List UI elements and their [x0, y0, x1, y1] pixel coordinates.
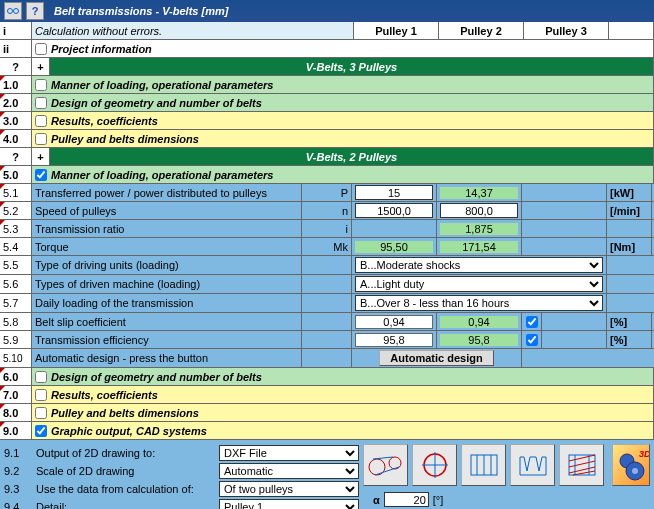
- title-text: Belt transmissions - V-belts [mm]: [54, 5, 228, 17]
- row-1-0: 1.0 Manner of loading, operational param…: [0, 76, 654, 94]
- section-3p-title: V-Belts, 3 Pulleys: [50, 58, 654, 75]
- r80-checkbox[interactable]: [35, 407, 47, 419]
- groove-v-button[interactable]: [510, 444, 555, 486]
- svg-text:3D: 3D: [639, 449, 649, 459]
- r59-checkbox[interactable]: [526, 334, 538, 346]
- alpha-symbol: α: [373, 494, 380, 506]
- svg-line-5: [375, 467, 399, 475]
- r58-checkbox[interactable]: [526, 316, 538, 328]
- status-row: i Calculation without errors. Pulley 1 P…: [0, 22, 654, 40]
- svg-point-3: [389, 457, 401, 469]
- speed1-input[interactable]: [355, 203, 433, 218]
- row-5-3: 5.3 Transmission ratio i 1,875: [0, 220, 654, 238]
- daily-loading-select[interactable]: B...Over 8 - less than 16 hours: [355, 295, 603, 311]
- svg-point-19: [632, 468, 638, 474]
- detail-select[interactable]: Pulley 1: [219, 499, 359, 509]
- row-5-7: 5.7 Daily loading of the transmission B.…: [0, 294, 654, 313]
- status-label: Calculation without errors.: [32, 22, 354, 39]
- section-3pulleys: ? + V-Belts, 3 Pulleys: [0, 58, 654, 76]
- section-2pulleys: ? + V-Belts, 2 Pulleys: [0, 148, 654, 166]
- two-circles-icon: [367, 449, 405, 481]
- hdr-pulley1: Pulley 1: [354, 22, 439, 39]
- driven-machine-select[interactable]: A...Light duty: [355, 276, 603, 292]
- alpha-unit: [°]: [433, 494, 444, 506]
- row-5-1: 5.1 Transferred power / power distribute…: [0, 184, 654, 202]
- circle-detail-button[interactable]: [412, 444, 457, 486]
- belt-icon: [7, 5, 19, 17]
- titlebar: ? Belt transmissions - V-belts [mm]: [0, 0, 654, 22]
- r10-checkbox[interactable]: [35, 79, 47, 91]
- svg-line-4: [373, 457, 393, 459]
- status-i: i: [0, 22, 32, 39]
- row-3-0: 3.0 Results, coefficients: [0, 112, 654, 130]
- r40-checkbox[interactable]: [35, 133, 47, 145]
- row-8-0: 8.0 Pulley and belts dimensions: [0, 404, 654, 422]
- row-4-0: 4.0 Pulley and belts dimensions: [0, 130, 654, 148]
- groove-v-icon: [514, 449, 552, 481]
- speed2-input[interactable]: [440, 203, 518, 218]
- help-q1[interactable]: ?: [0, 58, 32, 75]
- groove-flat-button[interactable]: [461, 444, 506, 486]
- groove-hatch-icon: [563, 449, 601, 481]
- r70-checkbox[interactable]: [35, 389, 47, 401]
- svg-point-0: [8, 9, 13, 14]
- circle-cross-icon: [416, 449, 454, 481]
- r30-checkbox[interactable]: [35, 115, 47, 127]
- pulley-sketch-button[interactable]: [363, 444, 408, 486]
- r60-checkbox[interactable]: [35, 371, 47, 383]
- app-icon-button[interactable]: [4, 2, 22, 20]
- row-5-6: 5.6 Types of driven machine (loading) A.…: [0, 275, 654, 294]
- row-5-8: 5.8 Belt slip coefficient 0,94 0,94 [%]: [0, 313, 654, 331]
- groove-flat-icon: [465, 449, 503, 481]
- row-5-4: 5.4 Torque Mk 95,50 171,54 [Nm]: [0, 238, 654, 256]
- groove-hatch-button[interactable]: [559, 444, 604, 486]
- row-5-0: 5.0 Manner of loading, operational param…: [0, 166, 654, 184]
- row-5-10: 5.10 Automatic design - press the button…: [0, 349, 654, 368]
- row-5-2: 5.2 Speed of pulleys n [/min]: [0, 202, 654, 220]
- help-q2[interactable]: ?: [0, 148, 32, 165]
- row-5-9: 5.9 Transmission efficiency 95,8 95,8 [%…: [0, 331, 654, 349]
- r90-checkbox[interactable]: [35, 425, 47, 437]
- automatic-design-button[interactable]: Automatic design: [379, 350, 493, 366]
- row-ii-num: ii: [0, 40, 32, 57]
- expand-3p[interactable]: +: [32, 58, 50, 75]
- expand-2p[interactable]: +: [32, 148, 50, 165]
- r50-checkbox[interactable]: [35, 169, 47, 181]
- row-7-0: 7.0 Results, coefficients: [0, 386, 654, 404]
- project-info-row: ii Project information: [0, 40, 654, 58]
- row-9-0: 9.0 Graphic output, CAD systems: [0, 422, 654, 440]
- bottom-bar: 9.1Output of 2D drawing to:DXF File 9.2S…: [0, 440, 654, 509]
- section-2p-title: V-Belts, 2 Pulleys: [50, 148, 654, 165]
- hdr-pulley2: Pulley 2: [439, 22, 524, 39]
- hdr-pulley3: Pulley 3: [524, 22, 609, 39]
- project-info-checkbox[interactable]: [35, 43, 47, 55]
- scale-select[interactable]: Automatic: [219, 463, 359, 479]
- data-from-select[interactable]: Of two pulleys: [219, 481, 359, 497]
- r20-checkbox[interactable]: [35, 97, 47, 109]
- row-5-5: 5.5 Type of driving units (loading) B...…: [0, 256, 654, 275]
- svg-point-1: [14, 9, 19, 14]
- 3d-button[interactable]: 3D: [612, 444, 650, 486]
- help-button[interactable]: ?: [26, 2, 44, 20]
- output-2d-select[interactable]: DXF File: [219, 445, 359, 461]
- project-info-label: Project information: [51, 43, 152, 55]
- gear-3d-icon: 3D: [613, 447, 649, 483]
- row-2-0: 2.0 Design of geometry and number of bel…: [0, 94, 654, 112]
- driving-units-select[interactable]: B...Moderate shocks: [355, 257, 603, 273]
- alpha-input[interactable]: [384, 492, 429, 507]
- row-6-0: 6.0 Design of geometry and number of bel…: [0, 368, 654, 386]
- power-input[interactable]: [355, 185, 433, 200]
